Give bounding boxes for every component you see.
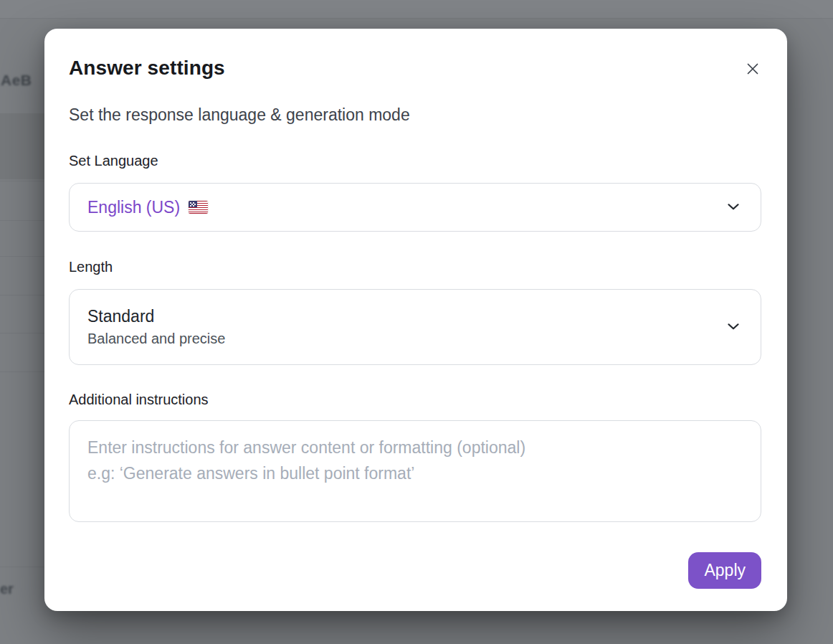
dialog-footer: Apply — [69, 552, 761, 589]
instructions-textarea[interactable] — [69, 420, 761, 522]
dialog-header: Answer settings — [69, 56, 761, 80]
apply-button[interactable]: Apply — [688, 552, 761, 589]
instructions-field-label: Additional instructions — [69, 391, 761, 408]
chevron-down-icon — [724, 197, 743, 218]
language-field-label: Set Language — [69, 152, 761, 169]
background-text-top: AeB — [1, 72, 32, 89]
length-select[interactable]: Standard Balanced and precise — [69, 289, 761, 365]
close-icon — [745, 61, 761, 77]
language-selected-value: English (US) — [87, 198, 180, 217]
length-field-label: Length — [69, 258, 761, 275]
dialog-title: Answer settings — [69, 56, 225, 80]
background-header-band — [0, 0, 833, 19]
length-selected-value: Standard — [87, 306, 225, 327]
chevron-down-icon — [724, 317, 743, 338]
answer-settings-dialog: Answer settings Set the response languag… — [44, 29, 787, 611]
close-button[interactable] — [741, 57, 764, 80]
background-text-bottom: er — [0, 581, 14, 597]
us-flag-icon — [189, 201, 208, 214]
dialog-subtitle: Set the response language & generation m… — [69, 105, 761, 124]
language-select[interactable]: English (US) — [69, 183, 761, 232]
length-selected-description: Balanced and precise — [87, 329, 225, 349]
